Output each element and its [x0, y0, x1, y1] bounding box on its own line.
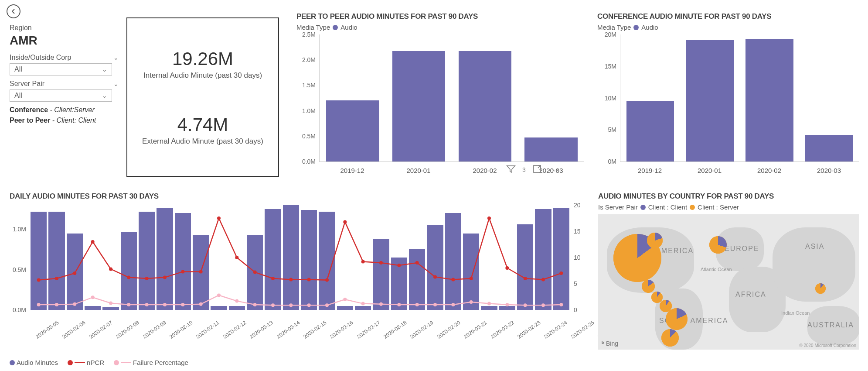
server-pair-value: All — [14, 92, 22, 100]
chevron-down-icon: ⌄ — [113, 54, 119, 61]
filters-panel: Region AMR Inside/Outside Corp ⌄ All ⌄ S… — [10, 24, 119, 124]
svg-point-13 — [253, 271, 257, 274]
map-label-af: AFRICA — [735, 291, 766, 299]
chevron-down-icon: ⌄ — [102, 92, 107, 99]
map-label-eu: EUROPE — [725, 245, 759, 253]
filter-icon[interactable] — [506, 164, 516, 176]
back-button[interactable] — [7, 4, 20, 18]
svg-point-33 — [73, 302, 76, 306]
bing-logo: ᵇBing — [602, 340, 618, 347]
map-pie-argentina[interactable] — [661, 329, 679, 347]
svg-point-27 — [505, 266, 509, 270]
focus-mode-icon[interactable] — [532, 164, 542, 176]
map-label-indian: Indian Ocean — [781, 310, 810, 316]
svg-point-4 — [91, 240, 95, 244]
svg-point-2 — [55, 277, 58, 280]
svg-point-56 — [487, 302, 491, 306]
map-pie-brazil[interactable] — [666, 308, 688, 330]
inside-outside-select[interactable]: All ⌄ — [10, 63, 112, 76]
kpi-internal: 19.26M Internal Audio Minute (past 30 da… — [143, 48, 262, 80]
svg-point-52 — [415, 303, 419, 306]
svg-point-50 — [379, 302, 383, 306]
chart-daily-legend: Audio Minutes nPCR Failure Percentage — [10, 359, 585, 366]
server-pair-label: Server Pair — [10, 80, 44, 88]
svg-point-45 — [289, 303, 293, 307]
svg-point-37 — [145, 303, 149, 306]
svg-point-28 — [524, 277, 527, 280]
inside-outside-label: Inside/Outside Corp — [10, 54, 71, 62]
chart-conf-legend: Media Type Audio — [597, 24, 859, 31]
svg-point-15 — [289, 278, 293, 281]
svg-point-38 — [163, 303, 167, 306]
svg-point-6 — [127, 276, 130, 279]
conference-note: Conference - Client:Server — [10, 106, 119, 114]
svg-point-21 — [397, 264, 401, 267]
map-pie-central-america[interactable] — [651, 292, 663, 303]
map-copyright: © 2020 Microsoft Corporation — [799, 343, 856, 348]
svg-point-19 — [361, 260, 365, 264]
kpi-card: 19.26M Internal Audio Minute (past 30 da… — [126, 17, 279, 177]
chart-daily: DAILY AUDIO MINUTES FOR PAST 30 DAYS 0.0… — [10, 192, 585, 366]
svg-point-11 — [217, 216, 221, 220]
svg-point-3 — [73, 271, 76, 275]
chart-daily-plot[interactable]: 0.0M0.5M1.0M 05101520 2020-02-052020-02-… — [10, 205, 585, 336]
svg-point-49 — [361, 302, 365, 306]
chart-p2p: PEER TO PEER AUDIO MINUTES FOR PAST 90 D… — [296, 12, 584, 174]
svg-point-60 — [559, 303, 563, 306]
kpi-external-label: External Audio Minute (past 30 days) — [142, 137, 263, 146]
svg-point-23 — [433, 275, 437, 278]
map-pie-se-asia[interactable] — [815, 283, 826, 294]
svg-point-53 — [433, 303, 437, 306]
svg-point-35 — [109, 301, 112, 305]
legend-dot-icon — [633, 25, 639, 30]
svg-point-10 — [199, 270, 203, 273]
svg-point-7 — [145, 277, 149, 280]
chart-daily-title: DAILY AUDIO MINUTES FOR PAST 30 DAYS — [10, 192, 585, 201]
map-pie-mexico[interactable] — [642, 280, 655, 293]
region-label: Region — [10, 24, 119, 32]
svg-point-22 — [415, 261, 419, 265]
chart-map-legend: Is Server Pair Client : Client Client : … — [598, 203, 859, 211]
server-pair-header[interactable]: Server Pair ⌄ — [10, 80, 119, 88]
server-pair-select[interactable]: All ⌄ — [10, 89, 112, 102]
legend-dot-icon — [333, 25, 338, 30]
legend-dot-icon — [114, 360, 119, 365]
chart-p2p-plot[interactable]: 2.5M2.0M1.5M1.0M0.5M0.0M 2019-122020-012… — [296, 34, 584, 174]
svg-point-29 — [541, 278, 545, 281]
legend-dot-icon — [68, 360, 73, 365]
svg-point-25 — [470, 277, 473, 280]
legend-dot-icon — [10, 360, 15, 365]
svg-point-14 — [271, 277, 275, 280]
svg-point-44 — [271, 303, 275, 307]
svg-point-32 — [55, 303, 58, 306]
svg-point-18 — [343, 220, 347, 223]
svg-point-24 — [451, 278, 455, 281]
chart-toolbar: 3 ··· — [506, 164, 560, 176]
svg-point-16 — [307, 278, 311, 281]
svg-point-31 — [37, 303, 41, 306]
svg-point-36 — [127, 303, 130, 306]
filter-count: 3 — [522, 166, 526, 173]
map-pie-uk[interactable] — [709, 236, 727, 254]
inside-outside-header[interactable]: Inside/Outside Corp ⌄ — [10, 54, 119, 62]
chart-p2p-legend: Media Type Audio — [296, 24, 584, 31]
map-canvas[interactable]: NORTH AMERICA SOUTH AMERICA EUROPE AFRIC… — [598, 214, 859, 350]
map-pie-canada[interactable] — [647, 233, 663, 248]
chart-conf-plot[interactable]: 20M15M10M5M0M 2019-122020-012020-022020-… — [597, 34, 859, 174]
svg-point-47 — [325, 303, 329, 307]
p2p-note: Peer to Peer - Client: Client — [10, 117, 119, 124]
svg-point-39 — [181, 303, 184, 306]
svg-point-5 — [109, 267, 112, 271]
more-options-icon[interactable]: ··· — [548, 164, 560, 175]
region-value: AMR — [10, 34, 119, 48]
svg-point-41 — [217, 293, 221, 297]
svg-point-8 — [163, 276, 167, 279]
svg-point-40 — [199, 302, 203, 306]
svg-point-1 — [37, 278, 41, 282]
legend-dot-icon — [640, 205, 646, 210]
chart-conf-title: CONFERENCE AUDIO MINUTE FOR PAST 90 DAYS — [597, 12, 859, 21]
svg-point-51 — [397, 303, 401, 306]
map-label-as: ASIA — [805, 243, 824, 251]
chevron-down-icon: ⌄ — [113, 80, 119, 87]
arrow-left-icon — [10, 7, 17, 15]
